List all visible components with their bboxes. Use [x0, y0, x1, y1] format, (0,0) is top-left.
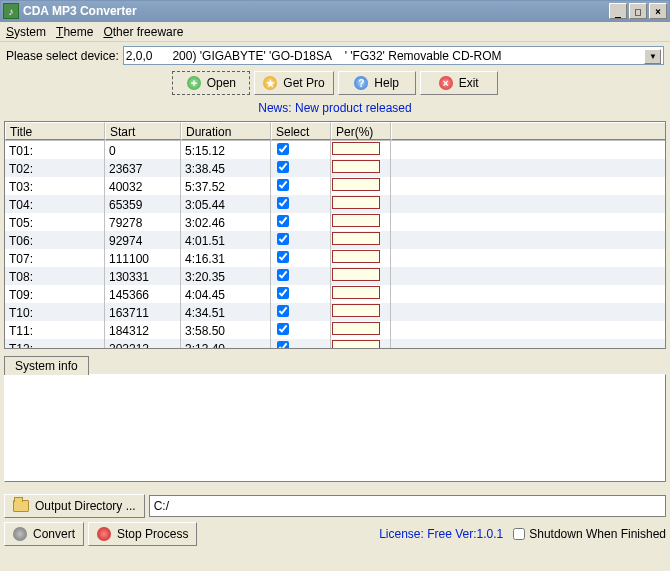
cell-select [271, 231, 331, 249]
maximize-button[interactable]: □ [629, 3, 647, 19]
track-grid-body[interactable]: T01:05:15.12T02:236373:38.45T03:400325:3… [5, 141, 665, 348]
exit-button-label: Exit [459, 76, 479, 90]
output-path-field[interactable]: C:/ [149, 495, 666, 517]
col-title[interactable]: Title [5, 122, 105, 140]
table-row[interactable]: T01:05:15.12 [5, 141, 665, 159]
window-title: CDA MP3 Converter [23, 4, 137, 18]
cell-start: 145366 [105, 285, 181, 303]
cell-start: 130331 [105, 267, 181, 285]
get-pro-button-label: Get Pro [283, 76, 324, 90]
menu-system[interactable]: System [6, 25, 46, 39]
table-row[interactable]: T02:236373:38.45 [5, 159, 665, 177]
convert-button-label: Convert [33, 527, 75, 541]
progress-bar [332, 250, 380, 263]
convert-button[interactable]: Convert [4, 522, 84, 546]
track-checkbox[interactable] [277, 287, 289, 299]
cell-start: 0 [105, 141, 181, 159]
cell-select [271, 267, 331, 285]
folder-icon [13, 500, 29, 512]
news-bar: News: New product released [4, 97, 666, 121]
system-info-tab[interactable]: System info [4, 356, 89, 375]
output-directory-label: Output Directory ... [35, 499, 136, 513]
track-checkbox[interactable] [277, 341, 289, 348]
open-button[interactable]: ＋ Open [172, 71, 250, 95]
col-start[interactable]: Start [105, 122, 181, 140]
output-directory-button[interactable]: Output Directory ... [4, 494, 145, 518]
gear-icon [13, 527, 27, 541]
cell-title: T06: [5, 231, 105, 249]
cell-per [331, 195, 391, 213]
track-checkbox[interactable] [277, 161, 289, 173]
table-row[interactable]: T12:2022123:13.40 [5, 339, 665, 348]
table-row[interactable]: T08:1303313:20.35 [5, 267, 665, 285]
news-link[interactable]: New product released [295, 101, 412, 115]
cell-select [271, 249, 331, 267]
cell-start: 92974 [105, 231, 181, 249]
col-select[interactable]: Select [271, 122, 331, 140]
minimize-button[interactable]: _ [609, 3, 627, 19]
col-spacer [391, 122, 665, 140]
close-button[interactable]: × [649, 3, 667, 19]
shutdown-checkbox[interactable] [513, 528, 525, 540]
help-button[interactable]: ? Help [338, 71, 416, 95]
table-row[interactable]: T05:792783:02.46 [5, 213, 665, 231]
help-icon: ? [354, 76, 368, 90]
track-checkbox[interactable] [277, 179, 289, 191]
cell-per [331, 321, 391, 339]
get-pro-button[interactable]: ★ Get Pro [254, 71, 333, 95]
stop-process-label: Stop Process [117, 527, 188, 541]
cell-select [271, 213, 331, 231]
cell-duration: 4:04.45 [181, 285, 271, 303]
track-checkbox[interactable] [277, 197, 289, 209]
menu-theme[interactable]: Theme [56, 25, 93, 39]
system-info-textarea[interactable] [4, 374, 666, 482]
col-per[interactable]: Per(%) [331, 122, 391, 140]
cell-duration: 3:02.46 [181, 213, 271, 231]
table-row[interactable]: T07:1111004:16.31 [5, 249, 665, 267]
cell-title: T11: [5, 321, 105, 339]
star-icon: ★ [263, 76, 277, 90]
device-select[interactable]: 2,0,0 200) 'GIGABYTE' 'GO-D18SA ' 'FG32'… [123, 46, 664, 65]
open-icon: ＋ [187, 76, 201, 90]
cell-per [331, 159, 391, 177]
cell-duration: 3:05.44 [181, 195, 271, 213]
cell-select [271, 177, 331, 195]
track-checkbox[interactable] [277, 251, 289, 263]
cell-per [331, 231, 391, 249]
cell-start: 23637 [105, 159, 181, 177]
news-label: News: [258, 101, 291, 115]
col-duration[interactable]: Duration [181, 122, 271, 140]
cell-duration: 3:58.50 [181, 321, 271, 339]
track-checkbox[interactable] [277, 143, 289, 155]
progress-bar [332, 178, 380, 191]
cell-title: T07: [5, 249, 105, 267]
progress-bar [332, 340, 380, 348]
cell-select [271, 321, 331, 339]
track-checkbox[interactable] [277, 233, 289, 245]
table-row[interactable]: T09:1453664:04.45 [5, 285, 665, 303]
progress-bar [332, 322, 380, 335]
cell-title: T01: [5, 141, 105, 159]
license-link[interactable]: License: Free Ver:1.0.1 [379, 527, 503, 541]
track-checkbox[interactable] [277, 215, 289, 227]
track-checkbox[interactable] [277, 269, 289, 281]
progress-bar [332, 142, 380, 155]
track-checkbox[interactable] [277, 323, 289, 335]
cell-select [271, 195, 331, 213]
track-grid-header: Title Start Duration Select Per(%) [5, 122, 665, 141]
progress-bar [332, 304, 380, 317]
track-checkbox[interactable] [277, 305, 289, 317]
cell-per [331, 213, 391, 231]
table-row[interactable]: T03:400325:37.52 [5, 177, 665, 195]
table-row[interactable]: T10:1637114:34.51 [5, 303, 665, 321]
cell-title: T10: [5, 303, 105, 321]
stop-process-button[interactable]: Stop Process [88, 522, 197, 546]
output-path-value: C:/ [154, 499, 169, 513]
table-row[interactable]: T06:929744:01.51 [5, 231, 665, 249]
table-row[interactable]: T04:653593:05.44 [5, 195, 665, 213]
cell-per [331, 249, 391, 267]
menu-other-freeware[interactable]: Other freeware [103, 25, 183, 39]
table-row[interactable]: T11:1843123:58.50 [5, 321, 665, 339]
shutdown-label: Shutdown When Finished [529, 527, 666, 541]
exit-button[interactable]: × Exit [420, 71, 498, 95]
